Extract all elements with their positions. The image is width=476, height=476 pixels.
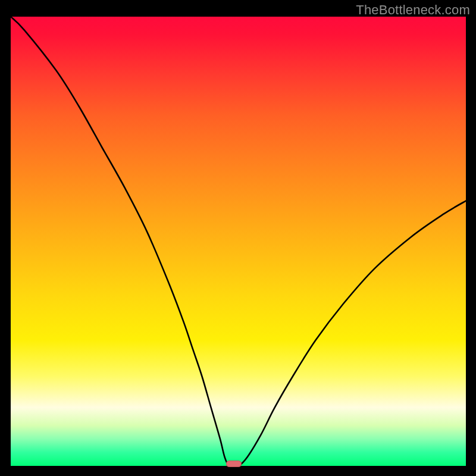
optimum-marker [226, 461, 242, 467]
plot-area [11, 17, 466, 466]
curve-svg [11, 17, 466, 466]
bottleneck-curve-path [11, 17, 466, 466]
watermark-label: TheBottleneck.com [356, 2, 470, 18]
bottleneck-chart: TheBottleneck.com [0, 0, 476, 476]
